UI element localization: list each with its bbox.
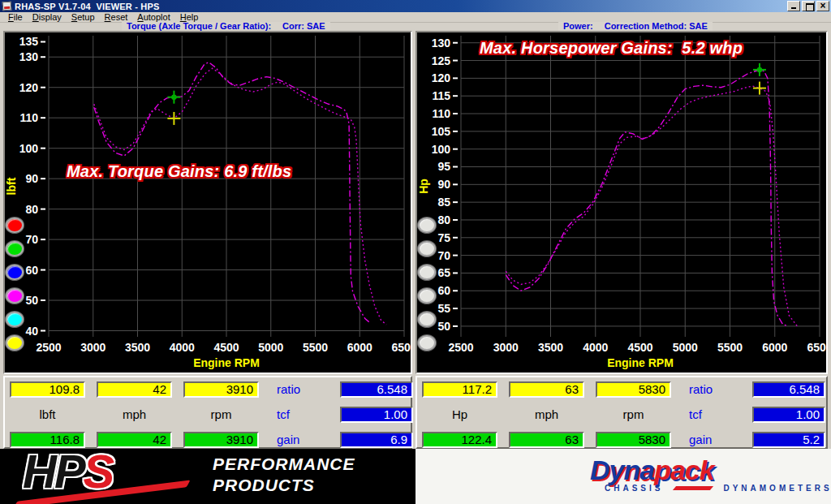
logo-strip: HPS PERFORMANCE PRODUCTS Dynapack CHASSI… [0,449,831,504]
hps-performance: PERFORMANCE [213,454,355,475]
trace-button-5[interactable] [418,312,436,327]
power-modified-value: 122.4 [422,432,497,448]
gain-value: 5.2 [752,432,825,448]
svg-text:75: 75 [437,231,450,244]
gain-label: gain [270,432,329,448]
baseline-rpm-value: 5830 [596,381,671,398]
torque-gain-annotation: Max. Torque Gains: 6.9 ft/lbs [67,162,291,181]
restore-button[interactable] [802,1,815,11]
svg-text:Engine RPM: Engine RPM [193,356,260,369]
svg-text:60: 60 [25,264,38,277]
power-chart-header: Power: Correction Method: SAE [558,22,713,31]
power-gain-annotation: Max. Horsepower Gains: 5.2 whp [480,39,743,58]
svg-text:3500: 3500 [538,341,563,354]
power-baseline-value: 117.2 [422,381,497,398]
hps-s: S [84,445,113,498]
svg-text:110: 110 [432,107,450,120]
dynapack-dyna: Dyna [590,454,654,485]
hps-logo-subtext: PERFORMANCE PRODUCTS [213,454,355,496]
svg-text:55: 55 [437,302,450,315]
tcf-value: 1.00 [752,407,825,423]
trace-button-4[interactable] [418,288,436,304]
svg-text:3000: 3000 [80,341,105,354]
ratio-label: ratio [270,381,329,398]
tcf-label: tcf [682,407,741,423]
torque-header-label: Torque (Axle Torque / Gear Ratio): [127,22,271,31]
dynapack-logo-subtext: CHASSIS DYNAMOMETERS [605,484,831,493]
baseline-rpm-value: 3910 [183,381,259,398]
svg-text:105: 105 [432,125,451,138]
svg-text:6000: 6000 [347,341,372,354]
hp-unit-label: Hp [422,407,497,423]
trace-button-yellow[interactable] [6,335,24,351]
svg-text:110: 110 [19,111,38,124]
torque-chart[interactable]: 4050607080901001101201301352500300035004… [5,32,411,373]
modified-rpm-value: 5830 [596,432,671,448]
trace-button-2[interactable] [418,241,436,256]
ratio-value: 6.548 [752,381,825,398]
svg-text:80: 80 [25,203,38,216]
power-data-table: 117.2 63 5830 ratio 6.548 Hp mph rpm tcf… [416,376,828,449]
trace-button-6[interactable] [418,335,436,351]
trace-button-green[interactable] [6,241,24,256]
hps-logo-text: HPS [23,444,112,498]
modified-mph-value: 63 [509,432,584,448]
svg-text:5500: 5500 [717,341,743,354]
svg-text:120: 120 [432,71,451,84]
svg-text:2500: 2500 [36,341,61,354]
power-header-correction: Correction Method: SAE [605,22,708,31]
menu-file[interactable]: File [3,12,28,23]
svg-text:115: 115 [432,89,450,102]
trace-button-1[interactable] [418,218,436,233]
tcf-label: tcf [270,407,329,423]
svg-text:4500: 4500 [627,341,652,354]
dynapack-chassis: CHASSIS [605,484,663,493]
svg-text:6000: 6000 [762,341,787,354]
tcf-value: 1.00 [340,407,413,423]
svg-text:130: 130 [19,50,39,63]
svg-text:2500: 2500 [448,341,473,354]
svg-text:90: 90 [25,172,38,185]
mph-unit-label: mph [509,407,584,423]
dynapack-swoosh [673,486,713,490]
svg-text:6500: 6500 [807,341,826,354]
menu-setup[interactable]: Setup [67,12,100,23]
torque-header-correction: Corr: SAE [282,22,325,31]
svg-text:65: 65 [437,266,450,279]
trace-button-cyan[interactable] [6,312,24,327]
trace-button-red[interactable] [6,218,24,233]
trace-button-3[interactable] [418,265,436,280]
svg-text:3500: 3500 [125,341,150,354]
hps-products: PRODUCTS [213,475,355,496]
svg-text:4000: 4000 [170,341,195,354]
svg-text:130: 130 [432,37,451,50]
baseline-mph-value: 42 [97,381,172,398]
minimize-button[interactable] [787,1,800,11]
svg-text:90: 90 [437,178,450,191]
svg-text:5500: 5500 [303,341,328,354]
torque-baseline-value: 109.8 [10,381,85,398]
dynapack-dynamometers: DYNAMOMETERS [723,484,831,493]
ratio-label: ratio [682,381,741,398]
svg-text:95: 95 [437,160,450,173]
power-chart[interactable]: 5055606570758085909510010511011512012513… [417,32,826,373]
title-bar: RHAS-SP V1.7-04 VIEWER - HPS [0,0,831,12]
trace-button-blue[interactable] [6,265,24,280]
svg-text:70: 70 [437,249,450,262]
app-icon [2,2,12,11]
close-button[interactable] [816,1,829,11]
svg-text:80: 80 [437,213,450,226]
hps-logo: HPS PERFORMANCE PRODUCTS [0,449,416,504]
svg-text:70: 70 [25,233,38,246]
hps-hp: HP [23,445,84,498]
menu-display[interactable]: Display [28,12,67,23]
svg-text:135: 135 [19,35,39,48]
torque-chart-panel: 4050607080901001101201301352500300035004… [3,31,412,374]
power-trace-buttons [418,218,437,359]
svg-text:100: 100 [19,142,39,155]
header-strip: Torque (Axle Torque / Gear Ratio): Corr:… [0,23,831,31]
svg-text:Engine RPM: Engine RPM [607,356,674,369]
trace-button-magenta[interactable] [6,288,24,304]
svg-text:4000: 4000 [583,341,608,354]
ratio-value: 6.548 [340,381,413,398]
